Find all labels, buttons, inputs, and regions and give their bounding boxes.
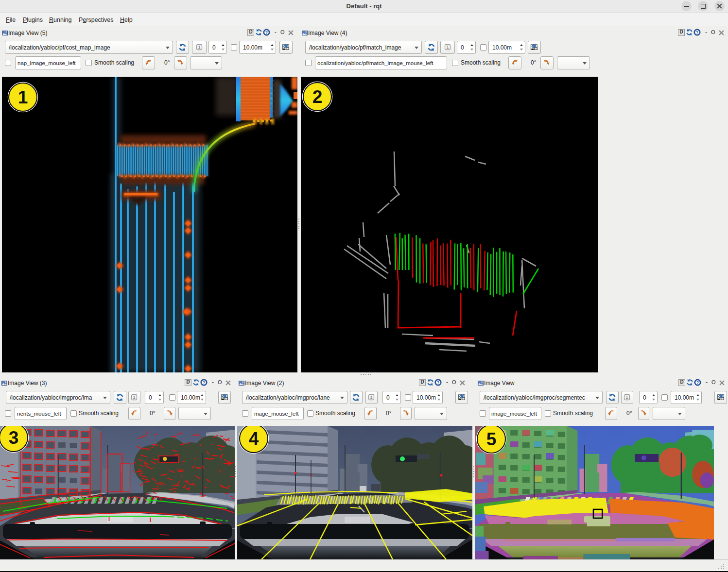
svg-text:?: ?: [696, 30, 698, 35]
svg-text:1: 1: [198, 45, 200, 50]
svg-text:?: ?: [203, 380, 205, 385]
svg-text:?: ?: [265, 30, 268, 35]
svg-text:?: ?: [437, 380, 439, 385]
svg-text:1: 1: [133, 395, 135, 400]
svg-text:1: 1: [625, 395, 628, 400]
svg-text:?: ?: [696, 380, 699, 385]
svg-text:2: 2: [312, 87, 323, 107]
svg-text:3: 3: [9, 428, 19, 448]
svg-text:1: 1: [18, 87, 28, 107]
svg-text:1: 1: [370, 395, 372, 400]
svg-text:1: 1: [446, 45, 449, 50]
svg-text:5: 5: [486, 429, 497, 449]
svg-text:4: 4: [249, 429, 259, 449]
